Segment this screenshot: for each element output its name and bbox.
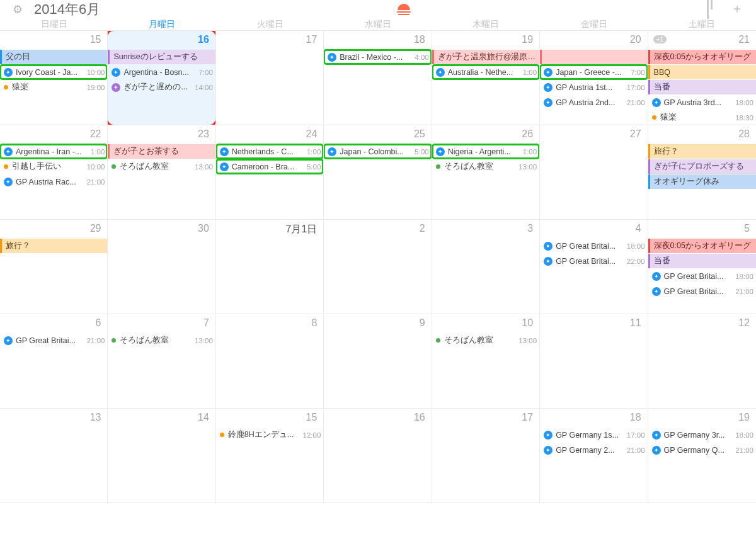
weekday-label[interactable]: 土曜日 <box>648 19 756 30</box>
calendar-event[interactable]: BBQ <box>648 65 756 79</box>
day-cell[interactable]: 16Sunriseのレビューする✦Argentina - Bosn...7:00… <box>108 31 215 125</box>
view-columns-icon[interactable] <box>707 0 717 19</box>
calendar-event[interactable]: ✦Cameroon - Bra...5:00 <box>216 159 323 174</box>
weekday-label[interactable]: 月曜日 <box>108 19 215 30</box>
day-cell[interactable]: 24✦Netherlands - C...1:00✦Cameroon - Bra… <box>216 125 324 220</box>
calendar-event[interactable]: そろばん教室13:00 <box>432 333 539 348</box>
day-cell[interactable]: 15鈴鹿8Hエンデュ...12:00 <box>216 409 324 503</box>
calendar-event[interactable]: ✦Japan - Colombi...5:00 <box>324 144 431 159</box>
day-cell[interactable]: 19✦GP Germany 3r...18:00✦GP Germany Q...… <box>648 409 756 503</box>
calendar-event[interactable]: オオギリーグ休み <box>648 174 756 189</box>
day-cell[interactable]: 22✦Argentina - Iran -...1:00引越し手伝い10:00✦… <box>0 125 108 220</box>
calendar-event[interactable]: ✦GP Germany 2...21:00 <box>540 443 647 457</box>
day-cell[interactable]: 17 <box>216 31 324 125</box>
day-cell[interactable]: 6✦GP Great Britai...21:00 <box>0 314 108 409</box>
calendar-event[interactable]: 深夜0:05からオオギリーグ <box>648 239 756 253</box>
calendar-event[interactable]: ぎが子にプロポーズする <box>648 159 756 174</box>
calendar-event[interactable]: ✦GP Germany 3r...18:00 <box>648 428 756 442</box>
day-number: 15 <box>306 412 317 423</box>
day-cell[interactable]: 16 <box>324 409 432 503</box>
month-title[interactable]: 2014年6月 <box>34 0 100 19</box>
calendar-event[interactable]: ✦GP Great Britai...18:00 <box>648 269 756 283</box>
calendar-event[interactable]: 深夜0:05からオオギリーグ <box>648 50 756 64</box>
calendar-event[interactable]: ✦Argentina - Iran -...1:00 <box>0 144 107 159</box>
calendar-event[interactable]: ✦GP Great Britai...18:00 <box>540 239 647 253</box>
day-cell[interactable]: 2 <box>324 220 432 314</box>
day-cell[interactable]: 26✦Nigeria - Argenti...1:00そろばん教室13:00 <box>432 125 540 220</box>
day-cell[interactable]: 10そろばん教室13:00 <box>432 314 540 409</box>
calendar-event[interactable]: 鈴鹿8Hエンデュ...12:00 <box>216 428 323 442</box>
calendar-event[interactable]: ✦GP Austria 1st...17:00 <box>540 80 647 94</box>
calendar-event[interactable]: 旅行？ <box>648 144 756 159</box>
day-cell[interactable]: 18✦GP Germany 1s...17:00✦GP Germany 2...… <box>540 409 648 503</box>
event-time: 21:00 <box>87 337 105 344</box>
gear-icon[interactable]: ⚙ <box>13 3 23 16</box>
calendar-event[interactable]: 引越し手伝い10:00 <box>0 159 107 174</box>
calendar-event[interactable]: そろばん教室13:00 <box>108 333 215 348</box>
day-cell[interactable]: 18✦Brazil - Mexico -...4:00 <box>324 31 432 125</box>
calendar-event[interactable] <box>540 50 647 64</box>
calendar-event[interactable]: ✦Netherlands - C...1:00 <box>216 144 323 159</box>
calendar-event[interactable]: ✦GP Germany Q...21:00 <box>648 443 756 457</box>
day-cell[interactable]: 5深夜0:05からオオギリーグ当番✦GP Great Britai...18:0… <box>648 220 756 314</box>
calendar-event[interactable]: ✦Argentina - Bosn...7:00 <box>108 65 215 79</box>
day-cell[interactable]: 4✦GP Great Britai...18:00✦GP Great Brita… <box>540 220 648 314</box>
calendar-event[interactable]: Sunriseのレビューする <box>108 50 215 64</box>
weekday-label[interactable]: 日曜日 <box>0 19 108 30</box>
calendar-event[interactable]: ✦GP Great Britai...21:00 <box>0 333 107 348</box>
calendar-event[interactable]: ✦Brazil - Mexico -...4:00 <box>324 50 431 64</box>
day-cell[interactable]: 7月1日 <box>216 220 324 314</box>
calendar-event[interactable]: そろばん教室13:00 <box>108 159 215 174</box>
day-cell[interactable]: 28旅行？ぎが子にプロポーズするオオギリーグ休み <box>648 125 756 220</box>
calendar-event[interactable]: 旅行？ <box>0 239 107 253</box>
calendar-event[interactable]: 猿楽18:30 <box>648 110 756 125</box>
day-cell[interactable]: 8 <box>216 314 324 409</box>
day-cell[interactable]: 29旅行？ <box>0 220 108 314</box>
calendar-event[interactable]: 当番 <box>648 254 756 268</box>
day-cell[interactable]: 15父の日✦Ivory Coast - Ja...10:00猿楽19:00 <box>0 31 108 125</box>
day-cell[interactable]: 19ぎが子と温泉旅行@湯原温泉✦Australia - Nethe...1:00 <box>432 31 540 125</box>
calendar-event[interactable]: ✦GP Great Britai...22:00 <box>540 254 647 268</box>
day-cell[interactable]: 17 <box>432 409 540 503</box>
calendar-event[interactable]: ✦Japan - Greece -...7:00 <box>540 65 647 79</box>
weekday-label[interactable]: 木曜日 <box>432 19 540 30</box>
weekday-label[interactable]: 金曜日 <box>540 19 648 30</box>
calendar-event[interactable]: ✦GP Austria 3rd...18:00 <box>648 95 756 110</box>
day-cell[interactable]: 21+1深夜0:05からオオギリーグBBQ当番✦GP Austria 3rd..… <box>648 31 756 125</box>
event-time: 5:00 <box>415 148 428 156</box>
day-cell[interactable]: 9 <box>324 314 432 409</box>
calendar-event[interactable]: ✦GP Germany 1s...17:00 <box>540 428 647 442</box>
calendar-event[interactable]: ✦Australia - Nethe...1:00 <box>432 65 539 79</box>
calendar-event[interactable]: ✦GP Austria Rac...21:00 <box>0 174 107 189</box>
day-cell[interactable]: 7そろばん教室13:00 <box>108 314 215 409</box>
day-number: 15 <box>90 34 101 45</box>
day-cell[interactable]: 23ぎが子とお茶するそろばん教室13:00 <box>108 125 215 220</box>
day-cell[interactable]: 13 <box>0 409 108 503</box>
calendar-event[interactable]: ✦GP Austria 2nd...21:00 <box>540 95 647 110</box>
day-cell[interactable]: 11 <box>540 314 648 409</box>
day-cell[interactable]: 12 <box>648 314 756 409</box>
calendar-event[interactable]: ✦GP Great Britai...21:00 <box>648 284 756 298</box>
calendar-event[interactable]: ぎが子とお茶する <box>108 144 215 159</box>
calendar-event[interactable]: 猿楽19:00 <box>0 80 107 94</box>
day-cell[interactable]: 27 <box>540 125 648 220</box>
day-cell[interactable]: 30 <box>108 220 215 314</box>
day-cell[interactable]: 14 <box>108 409 215 503</box>
calendar-event[interactable]: ✦ぎが子と遅めの...14:00 <box>108 80 215 94</box>
calendar-event[interactable]: そろばん教室13:00 <box>432 159 539 174</box>
calendar-event[interactable]: ✦Ivory Coast - Ja...10:00 <box>0 65 107 79</box>
overflow-badge[interactable]: +1 <box>653 35 667 43</box>
calendar-event[interactable]: 当番 <box>648 80 756 94</box>
day-cell[interactable]: 25✦Japan - Colombi...5:00 <box>324 125 432 220</box>
calendar-event[interactable]: ぎが子と温泉旅行@湯原温泉 <box>432 50 539 64</box>
day-cell[interactable]: 3 <box>432 220 540 314</box>
event-time: 21:00 <box>87 178 105 186</box>
event-icon: ✦ <box>544 98 553 107</box>
calendar-event[interactable]: 父の日 <box>0 50 107 64</box>
weekday-label[interactable]: 水曜日 <box>324 19 432 30</box>
weekday-label[interactable]: 火曜日 <box>216 19 324 30</box>
event-title: GP Austria 3rd... <box>664 98 733 107</box>
day-cell[interactable]: 20 ✦Japan - Greece -...7:00✦GP Austria 1… <box>540 31 648 125</box>
add-icon[interactable]: ＋ <box>731 0 743 19</box>
calendar-event[interactable]: ✦Nigeria - Argenti...1:00 <box>432 144 539 159</box>
